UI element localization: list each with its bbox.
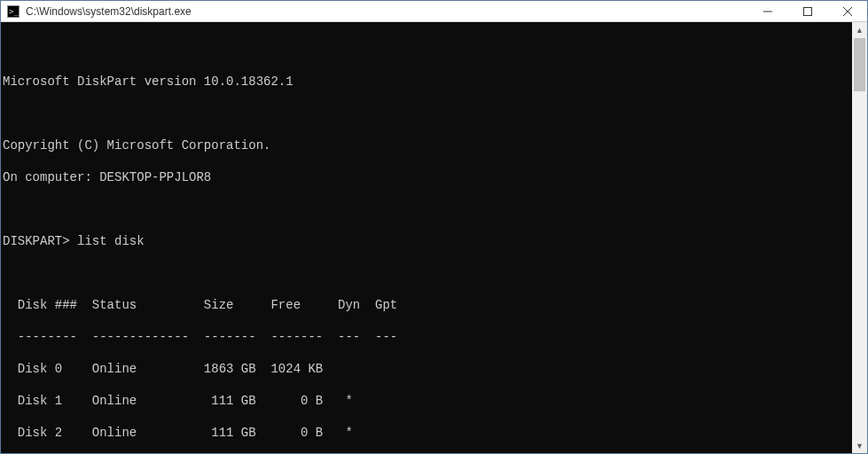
table-header: Disk ### Status Size Free Dyn Gpt <box>3 297 850 313</box>
cmd-icon: >_ <box>6 4 20 19</box>
window-controls <box>747 1 867 21</box>
close-button[interactable] <box>827 1 867 21</box>
terminal-line: Microsoft DiskPart version 10.0.18362.1 <box>3 74 850 90</box>
scroll-up-arrow-icon[interactable]: ▲ <box>852 22 867 37</box>
svg-rect-3 <box>803 7 811 15</box>
terminal-line <box>3 201 850 217</box>
maximize-button[interactable] <box>787 1 827 21</box>
terminal-line <box>3 42 850 58</box>
minimize-button[interactable] <box>747 1 787 21</box>
window-title: C:\Windows\system32\diskpart.exe <box>26 5 747 18</box>
terminal-line <box>3 106 850 121</box>
content-area: Microsoft DiskPart version 10.0.18362.1 … <box>1 22 867 453</box>
diskpart-window: >_ C:\Windows\system32\diskpart.exe Micr… <box>0 0 868 454</box>
table-row: Disk 1 Online 111 GB 0 B * <box>3 393 850 409</box>
scrollbar-thumb[interactable] <box>854 38 865 91</box>
table-row: Disk 0 Online 1863 GB 1024 KB <box>3 361 850 377</box>
terminal-line: On computer: DESKTOP-PPJLOR8 <box>3 169 850 185</box>
scroll-down-arrow-icon[interactable]: ▼ <box>852 438 867 453</box>
terminal-output[interactable]: Microsoft DiskPart version 10.0.18362.1 … <box>1 22 852 453</box>
terminal-line: Copyright (C) Microsoft Corporation. <box>3 137 850 153</box>
terminal-prompt: DISKPART> list disk <box>3 233 850 249</box>
vertical-scrollbar[interactable]: ▲ ▼ <box>852 22 867 453</box>
table-row: Disk 2 Online 111 GB 0 B * <box>3 425 850 441</box>
titlebar[interactable]: >_ C:\Windows\system32\diskpart.exe <box>1 1 867 22</box>
terminal-line <box>3 265 850 281</box>
svg-text:>_: >_ <box>9 7 19 16</box>
table-divider: -------- ------------- ------- ------- -… <box>3 329 850 345</box>
